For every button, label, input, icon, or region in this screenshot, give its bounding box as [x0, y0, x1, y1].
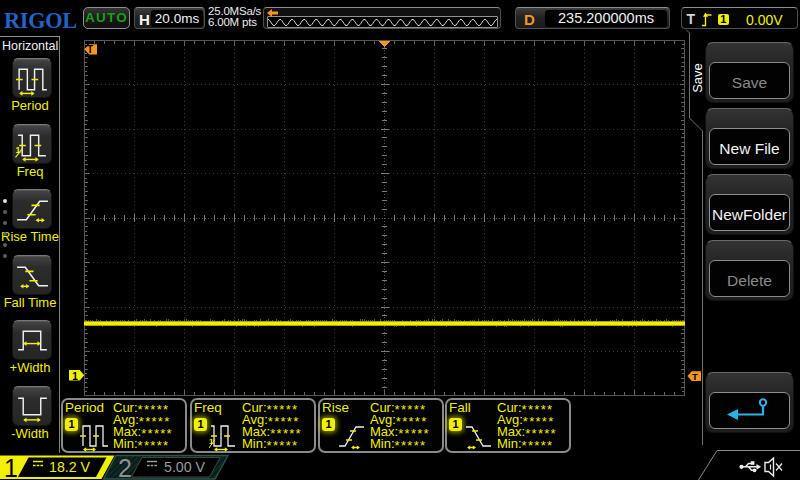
svg-text:1: 1 — [4, 454, 18, 480]
svg-text:2: 2 — [118, 454, 132, 480]
svg-text:5.00 V: 5.00 V — [164, 459, 206, 475]
svg-text:18.2 V: 18.2 V — [49, 459, 91, 475]
